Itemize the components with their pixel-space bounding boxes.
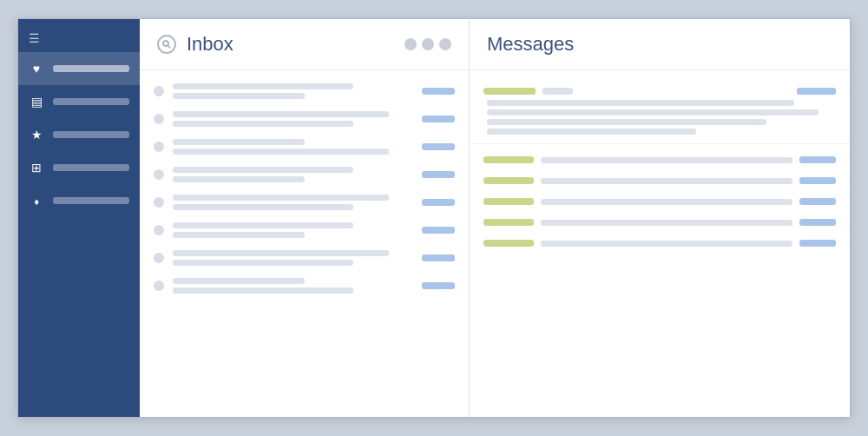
message-item[interactable]	[483, 153, 836, 167]
row-tag	[422, 88, 455, 95]
messages-panel: Messages	[470, 19, 850, 417]
sidebar-label-bar	[53, 65, 129, 72]
sidebar-item-starred[interactable]: ★	[18, 118, 140, 151]
row-bar-secondary	[173, 287, 353, 294]
row-content	[173, 111, 413, 127]
star-icon: ★	[29, 127, 44, 142]
hamburger-menu[interactable]: ☰	[18, 24, 140, 52]
list-item[interactable]	[140, 161, 469, 188]
msg-bar	[542, 88, 573, 95]
row-content	[173, 83, 413, 99]
inbox-icon: ▤	[29, 94, 44, 109]
msg-bar	[541, 241, 792, 247]
row-bar-secondary	[173, 232, 305, 238]
msg-timestamp	[799, 240, 836, 247]
row-avatar	[154, 142, 164, 152]
sidebar-label-bar	[53, 164, 129, 171]
msg-bar	[541, 220, 792, 226]
row-avatar	[154, 86, 164, 96]
row-bar-secondary	[173, 176, 305, 182]
row-bar-secondary	[173, 121, 353, 127]
sidebar-item-tags[interactable]: ⬧	[18, 184, 140, 217]
row-bar-secondary	[173, 204, 353, 210]
app-window: ☰ ♥ ▤ ★ ⊞ ⬧	[17, 18, 851, 418]
row-bar-primary	[173, 139, 305, 145]
msg-timestamp	[799, 198, 836, 205]
row-bar-primary	[173, 111, 389, 117]
row-bar-primary	[173, 83, 353, 89]
msg-tag	[483, 177, 534, 184]
list-item[interactable]	[140, 244, 469, 272]
message-item[interactable]	[483, 236, 836, 250]
sidebar-item-inbox[interactable]: ▤	[18, 85, 140, 118]
row-tag	[422, 171, 455, 178]
row-content	[173, 167, 413, 182]
svg-point-0	[163, 41, 168, 46]
row-avatar	[154, 197, 164, 208]
row-content	[173, 139, 413, 155]
list-item[interactable]	[140, 77, 469, 105]
msg-bar	[541, 157, 792, 163]
dot-3	[439, 38, 451, 50]
list-item[interactable]	[140, 105, 469, 133]
row-bar-secondary	[173, 93, 305, 99]
row-avatar	[154, 253, 164, 263]
msg-tag	[483, 198, 534, 205]
msg-line	[487, 100, 794, 106]
msg-timestamp	[799, 156, 836, 163]
msg-bar	[541, 199, 792, 205]
list-item[interactable]	[140, 216, 469, 244]
row-tag	[422, 116, 455, 122]
msg-line	[487, 119, 766, 125]
inbox-list	[140, 70, 469, 417]
msg-timestamp	[799, 219, 836, 226]
msg-bar	[541, 178, 792, 184]
svg-line-1	[168, 46, 171, 49]
heart-icon: ♥	[29, 61, 44, 76]
message-item[interactable]	[483, 195, 836, 208]
row-bar-primary	[173, 250, 389, 256]
header-dots	[404, 38, 451, 50]
dot-2	[422, 38, 434, 50]
list-item[interactable]	[140, 188, 469, 216]
row-bar-secondary	[173, 260, 353, 266]
row-avatar	[154, 169, 164, 180]
hamburger-icon: ☰	[29, 31, 40, 45]
row-bar-primary	[173, 222, 353, 228]
sidebar-label-bar	[53, 197, 129, 204]
archive-icon: ⊞	[29, 160, 44, 175]
row-content	[173, 222, 413, 238]
msg-line	[487, 129, 696, 135]
message-item[interactable]	[483, 215, 836, 229]
msg-tag	[483, 240, 534, 247]
msg-sender-tag	[483, 88, 536, 95]
list-item[interactable]	[140, 133, 469, 161]
message-group	[470, 144, 850, 259]
row-tag	[422, 227, 455, 234]
sidebar-item-archive[interactable]: ⊞	[18, 151, 140, 184]
msg-line	[487, 109, 819, 116]
search-icon[interactable]	[157, 35, 176, 54]
messages-header: Messages	[470, 19, 850, 70]
row-tag	[422, 282, 455, 289]
msg-tag	[483, 156, 534, 163]
row-tag	[422, 254, 455, 261]
message-item[interactable]	[483, 174, 836, 188]
row-content	[173, 278, 413, 294]
sidebar-item-favorites[interactable]: ♥	[18, 52, 140, 85]
inbox-header: Inbox	[140, 19, 469, 70]
msg-tag	[483, 219, 534, 226]
tag-icon: ⬧	[29, 193, 44, 208]
inbox-panel: Inbox	[140, 19, 470, 417]
msg-timestamp	[799, 177, 836, 184]
row-bar-primary	[173, 195, 389, 201]
row-content	[173, 195, 413, 210]
row-avatar	[154, 281, 164, 291]
row-tag	[422, 143, 455, 150]
message-item[interactable]	[470, 77, 850, 144]
msg-timestamp	[797, 88, 836, 95]
list-item[interactable]	[140, 272, 469, 300]
row-tag	[422, 199, 455, 206]
messages-title: Messages	[487, 33, 574, 55]
sidebar-label-bar	[53, 98, 129, 105]
